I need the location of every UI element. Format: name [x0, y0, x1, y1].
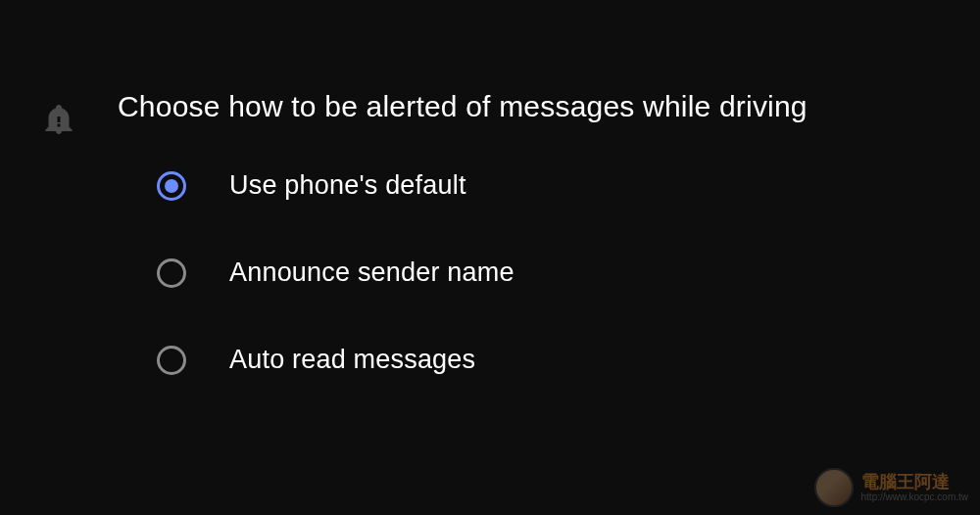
option-use-phone-default[interactable]: Use phone's default: [157, 170, 980, 201]
watermark-avatar-icon: [814, 468, 854, 507]
content-column: Choose how to be alerted of messages whi…: [118, 90, 980, 432]
option-label: Use phone's default: [229, 170, 466, 201]
settings-heading: Choose how to be alerted of messages whi…: [118, 90, 980, 123]
radio-button-selected[interactable]: [157, 171, 186, 201]
radio-button-unselected[interactable]: [157, 258, 186, 288]
radio-button-unselected[interactable]: [157, 346, 186, 375]
watermark: 電腦王阿達 http://www.kocpc.com.tw: [814, 468, 968, 507]
option-label: Auto read messages: [229, 345, 475, 375]
settings-panel: Choose how to be alerted of messages whi…: [0, 0, 980, 432]
watermark-title: 電腦王阿達: [861, 473, 968, 491]
watermark-url: http://www.kocpc.com.tw: [861, 492, 968, 502]
watermark-text: 電腦王阿達 http://www.kocpc.com.tw: [861, 473, 968, 502]
radio-group: Use phone's default Announce sender name…: [118, 170, 980, 375]
option-label: Announce sender name: [229, 258, 514, 288]
icon-column: [0, 90, 118, 432]
bell-alert-icon: [41, 102, 76, 137]
option-announce-sender[interactable]: Announce sender name: [157, 258, 980, 288]
option-auto-read[interactable]: Auto read messages: [157, 345, 980, 375]
